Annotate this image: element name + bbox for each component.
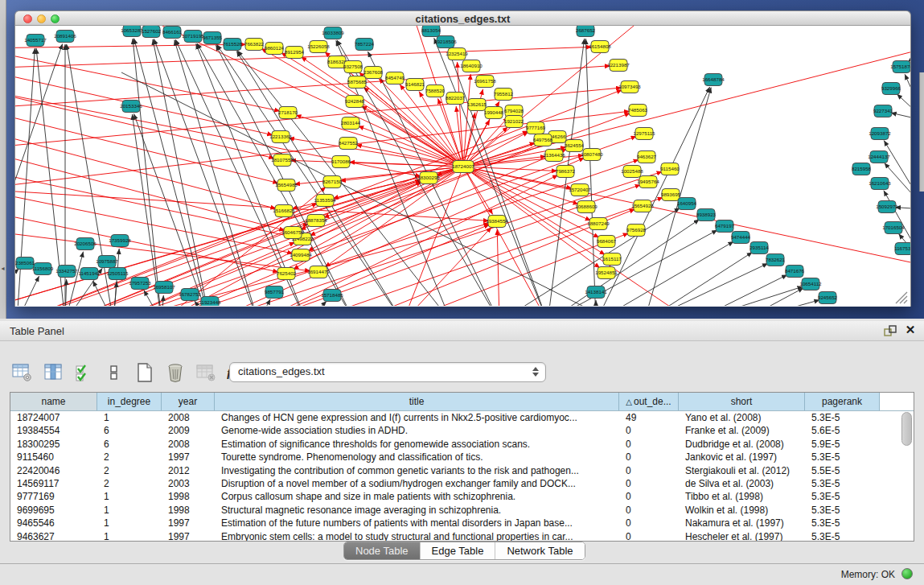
graph-node[interactable]: 2385061 bbox=[15, 257, 35, 270]
graph-node[interactable]: 16961758 bbox=[474, 76, 496, 88]
graph-node[interactable]: 14138141 bbox=[585, 286, 607, 299]
graph-node[interactable]: 2803144 bbox=[341, 117, 361, 130]
cell-name[interactable]: 9465546 bbox=[10, 517, 97, 529]
table-vertical-scrollbar[interactable] bbox=[901, 412, 912, 539]
cell-title[interactable]: Changes of HCN gene expression and I(f) … bbox=[215, 411, 619, 424]
graph-edge[interactable] bbox=[692, 286, 803, 306]
cell-in_degree[interactable]: 1 bbox=[97, 490, 162, 503]
cell-title[interactable]: Investigating the contribution of common… bbox=[215, 464, 619, 477]
column-visibility-icon[interactable] bbox=[42, 362, 64, 383]
graph-node[interactable]: 12213363 bbox=[269, 131, 292, 143]
graph-node[interactable]: 12213987 bbox=[607, 60, 630, 72]
graph-node[interactable]: 16782753 bbox=[179, 289, 201, 301]
graph-node[interactable]: 9857791 bbox=[265, 286, 285, 299]
cell-name[interactable]: 9463627 bbox=[10, 530, 97, 542]
cell-in_degree[interactable]: 1 bbox=[97, 530, 162, 542]
graph-edge[interactable] bbox=[884, 141, 910, 209]
graph-node[interactable]: 21364436 bbox=[543, 150, 565, 162]
graph-node[interactable]: 12325419 bbox=[446, 48, 468, 60]
graph-node[interactable]: 2718170 bbox=[278, 107, 298, 119]
cell-pagerank[interactable]: 5.3E-5 bbox=[805, 504, 880, 517]
cell-name[interactable]: 18724007 bbox=[10, 411, 97, 424]
graph-node[interactable]: 8215958 bbox=[852, 163, 872, 175]
column-header-pagerank[interactable]: pagerank bbox=[805, 393, 880, 410]
graph-edge[interactable] bbox=[908, 48, 910, 62]
graph-node[interactable]: 2935114 bbox=[749, 242, 769, 254]
cell-title[interactable]: Tourette syndrome. Phenomenology and cla… bbox=[215, 451, 619, 463]
graph-node[interactable]: 15654923 bbox=[631, 200, 654, 212]
graph-node[interactable]: 11156809 bbox=[32, 263, 54, 275]
cell-in_degree[interactable]: 6 bbox=[97, 424, 162, 437]
graph-node[interactable]: 1615117 bbox=[602, 253, 622, 266]
graph-node[interactable]: 5875685 bbox=[347, 76, 368, 89]
column-header-name[interactable]: name bbox=[10, 393, 97, 410]
graph-edge[interactable] bbox=[15, 88, 622, 149]
cell-name[interactable]: 22420046 bbox=[10, 464, 97, 477]
select-all-icon[interactable] bbox=[72, 362, 94, 383]
graph-node[interactable]: 6479197 bbox=[715, 220, 735, 233]
cell-year[interactable]: 2008 bbox=[162, 438, 215, 451]
graph-node[interactable]: 9329966 bbox=[881, 83, 901, 95]
graph-node[interactable]: 7485063 bbox=[628, 105, 648, 117]
graph-node[interactable]: 9242848 bbox=[345, 96, 365, 108]
graph-node[interactable]: 10973493 bbox=[618, 81, 641, 93]
graph-node[interactable]: 9893695 bbox=[661, 189, 681, 201]
graph-node[interactable]: 10719195 bbox=[182, 31, 204, 43]
table-row[interactable]: 969969511998Structural magnetic resonanc… bbox=[10, 504, 914, 517]
cell-year[interactable]: 1997 bbox=[162, 517, 215, 529]
graph-edge[interactable] bbox=[905, 74, 910, 121]
graph-node[interactable]: 7615526 bbox=[223, 39, 243, 51]
graph-node[interactable]: 9146821 bbox=[405, 79, 425, 91]
graph-edge[interactable] bbox=[585, 39, 596, 306]
cell-pagerank[interactable]: 5.3E-5 bbox=[805, 517, 880, 529]
graph-edge[interactable] bbox=[15, 149, 285, 230]
graph-node[interactable]: 8267150 bbox=[322, 176, 343, 188]
cell-pagerank[interactable]: 5.3E-5 bbox=[805, 411, 880, 424]
table-row[interactable]: 1938455462009Genome-wide association stu… bbox=[10, 424, 914, 437]
graph-node[interactable]: 11353594 bbox=[314, 195, 336, 207]
graph-node[interactable]: 7663822 bbox=[244, 39, 265, 51]
graph-node[interactable]: 20153346 bbox=[120, 101, 142, 113]
graph-node[interactable]: 1921022 bbox=[504, 116, 524, 128]
graph-node[interactable]: 8466161 bbox=[162, 27, 183, 39]
cell-year[interactable]: 2009 bbox=[162, 424, 215, 437]
cell-short[interactable]: Stergiakouli et al. (2012) bbox=[679, 464, 805, 477]
graph-node[interactable]: 15654985 bbox=[275, 179, 298, 192]
graph-node[interactable]: 7625402 bbox=[277, 268, 297, 280]
table-row[interactable]: 1830029562008Estimation of significance … bbox=[10, 438, 914, 451]
graph-node[interactable]: 9474444 bbox=[731, 232, 751, 244]
scrollbar-thumb[interactable] bbox=[901, 412, 912, 446]
graph-node[interactable]: 3624554 bbox=[565, 140, 585, 152]
cell-in_degree[interactable]: 1 bbox=[97, 517, 162, 529]
cell-short[interactable]: Franke et al. (2009) bbox=[679, 424, 805, 437]
cell-year[interactable]: 2008 bbox=[162, 411, 215, 424]
graph-edge[interactable] bbox=[162, 159, 639, 306]
graph-node[interactable]: 10975887 bbox=[96, 256, 118, 268]
graph-node[interactable]: 12444137 bbox=[868, 151, 890, 163]
cell-short[interactable]: de Silva et al. (2003) bbox=[679, 477, 805, 490]
graph-node[interactable]: 10654112 bbox=[799, 278, 822, 290]
table-row[interactable]: 911546021997Tourette syndrome. Phenomeno… bbox=[10, 451, 914, 463]
graph-node[interactable]: 9777169 bbox=[526, 122, 546, 134]
graph-node[interactable]: 16914479 bbox=[307, 266, 330, 278]
cell-pagerank[interactable]: 5.3E-5 bbox=[805, 477, 880, 490]
graph-node[interactable]: 15718485 bbox=[321, 290, 343, 302]
cell-title[interactable]: Embryonic stem cells: a model to study s… bbox=[215, 530, 619, 542]
cell-pagerank[interactable]: 5.3E-5 bbox=[805, 451, 880, 463]
graph-node[interactable]: 15226058 bbox=[307, 41, 330, 53]
graph-node[interactable]: 16648784 bbox=[702, 74, 725, 86]
column-header-in_degree[interactable]: in_degree bbox=[97, 393, 162, 410]
graph-edge[interactable] bbox=[15, 44, 246, 48]
table-row[interactable]: 1872400712008Changes of HCN gene express… bbox=[10, 411, 914, 424]
graph-node[interactable]: 18107553 bbox=[271, 154, 294, 167]
tab-node-table[interactable]: Node Table bbox=[344, 542, 421, 559]
graph-node[interactable]: 7986372 bbox=[556, 166, 576, 178]
graph-node[interactable]: 9756928 bbox=[626, 225, 647, 237]
graph-edge[interactable] bbox=[162, 149, 567, 306]
graph-node[interactable]: 9684067 bbox=[597, 236, 617, 248]
graph-node[interactable]: 8822037 bbox=[446, 93, 466, 105]
table-row[interactable]: 946362711997Embryonic stem cells: a mode… bbox=[10, 530, 914, 542]
graph-node[interactable]: 15720407 bbox=[569, 184, 591, 196]
column-header-title[interactable]: title bbox=[215, 393, 619, 410]
left-panel-divider[interactable]: ◂ bbox=[0, 0, 6, 319]
